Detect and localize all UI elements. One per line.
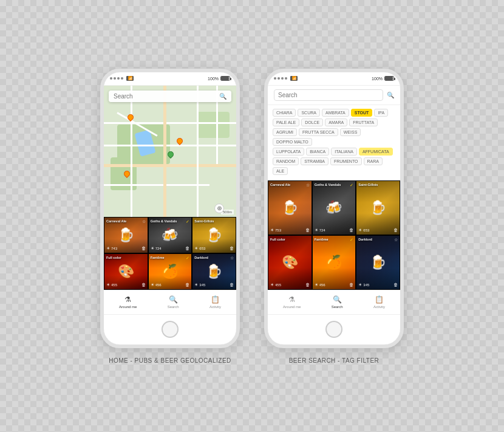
beer-check-s5[interactable]: ✓ — [350, 238, 353, 242]
beer-cell-3[interactable]: 🍺 Saint-Gillois ☀653 🗑 — [192, 217, 236, 253]
beer-cell-s2[interactable]: 🍻 Goths & Vandals ✓ ☀724 🗑 — [312, 180, 356, 235]
beer-check-2[interactable]: ✓ — [186, 219, 189, 224]
beer-bg-s5: 🍊 — [313, 236, 356, 289]
map-search-bar[interactable]: 🔍 — [109, 91, 231, 102]
signal-dot-3 — [117, 77, 120, 80]
tag-scura[interactable]: SCURA — [298, 109, 320, 117]
nav-activity-search[interactable]: 📋 Activity — [373, 295, 385, 309]
status-right-home: 100% — [208, 76, 230, 81]
nav-search-icon-active: 🔍 — [333, 295, 342, 304]
beer-cell-1[interactable]: 🍺 Carneval Ale ☆ ☀743 🗑 — [104, 217, 148, 253]
tags-row-3: AGRUMI FRUTTA SECCA WEISS DOPPIO MALTO — [273, 128, 395, 146]
beer-cell-5[interactable]: 🍊 Fantôme ✓ ☀456 🗑 — [148, 253, 192, 290]
search-icon-top: 🔍 — [387, 92, 394, 98]
signal-dots: 📶 — [110, 76, 134, 81]
beer-trash-s1[interactable]: 🗑 — [305, 228, 310, 232]
home-button-1[interactable] — [162, 321, 179, 338]
main-container: 📶 100% 🔍 — [88, 57, 416, 376]
nav-search-active[interactable]: 🔍 Search — [332, 295, 343, 309]
tag-ipa[interactable]: IPA — [374, 109, 388, 117]
beer-trash-s5[interactable]: 🗑 — [349, 283, 353, 287]
beer-count-3: ☀653 — [194, 246, 205, 251]
tag-ambrata[interactable]: AMBRATA — [322, 109, 349, 117]
signal-dot-s1 — [274, 77, 276, 80]
beer-cell-s1[interactable]: 🍺 Carneval Ale ☆ ☀753 🗑 — [268, 180, 312, 235]
beer-trash-3[interactable]: 🗑 — [230, 246, 234, 250]
beer-cell-s6[interactable]: 🍺 Darklord ☆ ☀345 🗑 — [356, 235, 400, 290]
tag-frumento[interactable]: FRUMENTO — [330, 157, 362, 165]
nav-activity-label-search: Activity — [373, 305, 385, 309]
beer-trash-s4[interactable]: 🗑 — [305, 283, 310, 287]
locate-button[interactable]: ◎ — [214, 204, 224, 213]
nav-around-me-icon: ⚗ — [124, 295, 131, 304]
tag-frutta-secca[interactable]: FRUTTA SECCA — [299, 128, 338, 136]
beer-star-6[interactable]: ☆ — [230, 256, 234, 261]
home-button-2[interactable] — [325, 321, 342, 338]
nav-around-me-search[interactable]: ⚗ Around me — [283, 295, 301, 309]
tag-chiara[interactable]: CHIARA — [273, 109, 296, 117]
beer-footer-5: ☀456 🗑 — [151, 283, 190, 287]
search-bar-top: 🔍 — [268, 86, 400, 105]
beer-star-s1[interactable]: ☆ — [306, 183, 310, 188]
tag-stramba[interactable]: STRAMBA — [301, 157, 329, 165]
beer-grid-home: 🍺 Carneval Ale ☆ ☀743 🗑 🍻 Goths & Vandal… — [104, 217, 236, 290]
battery-percent-home: 100% — [208, 77, 219, 81]
nav-search-label-active: Search — [332, 305, 343, 309]
search-screen: 🔍 CHIARA SCURA AMBRATA STOUT IPA PALE AL… — [268, 86, 400, 314]
map-road-v3 — [197, 86, 199, 217]
map-area[interactable]: 🔍 — [104, 86, 236, 217]
beer-trash-s6[interactable]: 🗑 — [393, 283, 398, 287]
beer-cell-4[interactable]: 🎨 Full color ☀455 🗑 — [104, 253, 148, 290]
signal-dot-2 — [114, 77, 116, 80]
beer-trash-5[interactable]: 🗑 — [185, 283, 189, 287]
beer-check-s2[interactable]: ✓ — [350, 183, 353, 188]
beer-trash-s3[interactable]: 🗑 — [393, 228, 398, 232]
tag-random[interactable]: RANDOM — [273, 157, 299, 165]
beer-cell-6[interactable]: 🍺 Darklord ☆ ☀345 🗑 — [192, 253, 236, 290]
battery-fill-home — [221, 77, 229, 80]
beer-star-1[interactable]: ☆ — [142, 219, 146, 224]
beer-cell-2[interactable]: 🍻 Goths & Vandals ✓ ☀724 🗑 — [148, 217, 192, 253]
tag-amara[interactable]: AMARA — [325, 118, 347, 126]
nav-search-label-home: Search — [168, 305, 179, 309]
tag-dolce[interactable]: DOLCE — [301, 118, 323, 126]
tag-luppolata[interactable]: LUPPOLATA — [273, 148, 304, 156]
beer-check-5[interactable]: ✓ — [186, 256, 189, 261]
tag-fruttata[interactable]: FRUTTATA — [349, 118, 378, 126]
beer-star-s6[interactable]: ☆ — [394, 238, 398, 242]
nav-search-home[interactable]: 🔍 Search — [168, 295, 179, 309]
beer-trash-1[interactable]: 🗑 — [141, 246, 146, 250]
map-search-input[interactable] — [114, 93, 216, 100]
nav-around-me-label: Around me — [119, 305, 137, 309]
tag-pale-ale[interactable]: PALE ALE — [273, 118, 299, 126]
beer-bg-s1: 🍺 — [268, 181, 312, 235]
beer-count-1: ☀743 — [106, 246, 117, 251]
beer-cell-s5[interactable]: 🍊 Fantôme ✓ ☀456 🗑 — [312, 235, 356, 290]
beer-cell-s3[interactable]: 🍺 Saint-Gillois ☀653 🗑 — [356, 180, 400, 235]
tag-weiss[interactable]: WEISS — [340, 128, 361, 136]
nav-activity-home[interactable]: 📋 Activity — [209, 295, 221, 309]
tag-affumicata[interactable]: AFFUMICATA — [359, 148, 393, 156]
map-road-h3 — [104, 164, 236, 167]
search-input-top[interactable] — [274, 89, 383, 101]
beer-trash-s2[interactable]: 🗑 — [349, 228, 353, 232]
tag-agrumi[interactable]: AGRUMI — [273, 128, 297, 136]
beer-footer-2: ☀724 🗑 — [151, 246, 190, 251]
search-phone-wrapper: 📶 100% 🔍 CHIAR — [264, 69, 404, 364]
home-phone-label: HOME - PUBS & BEER GEOLOCALIZED — [109, 357, 231, 364]
tag-rara[interactable]: RARA — [364, 157, 383, 165]
beer-name-3: Saint-Gillois — [194, 219, 234, 223]
tag-doppio-malto[interactable]: DOPPIO MALTO — [273, 138, 312, 146]
beer-trash-2[interactable]: 🗑 — [185, 246, 189, 250]
tag-ale[interactable]: ALE — [273, 167, 288, 175]
beer-count-5: ☀456 — [151, 283, 162, 287]
beer-trash-4[interactable]: 🗑 — [141, 283, 146, 287]
beer-footer-s4: ☀455 🗑 — [270, 283, 310, 287]
beer-cell-s4[interactable]: 🎨 Full color ☀455 🗑 — [268, 235, 312, 290]
nav-around-me[interactable]: ⚗ Around me — [119, 295, 137, 309]
battery-percent-search: 100% — [372, 77, 383, 81]
beer-trash-6[interactable]: 🗑 — [230, 283, 234, 287]
tag-stout[interactable]: STOUT — [351, 109, 373, 117]
tag-bianca[interactable]: BIANCA — [306, 148, 329, 156]
tag-italiana[interactable]: ITALIANA — [331, 148, 357, 156]
